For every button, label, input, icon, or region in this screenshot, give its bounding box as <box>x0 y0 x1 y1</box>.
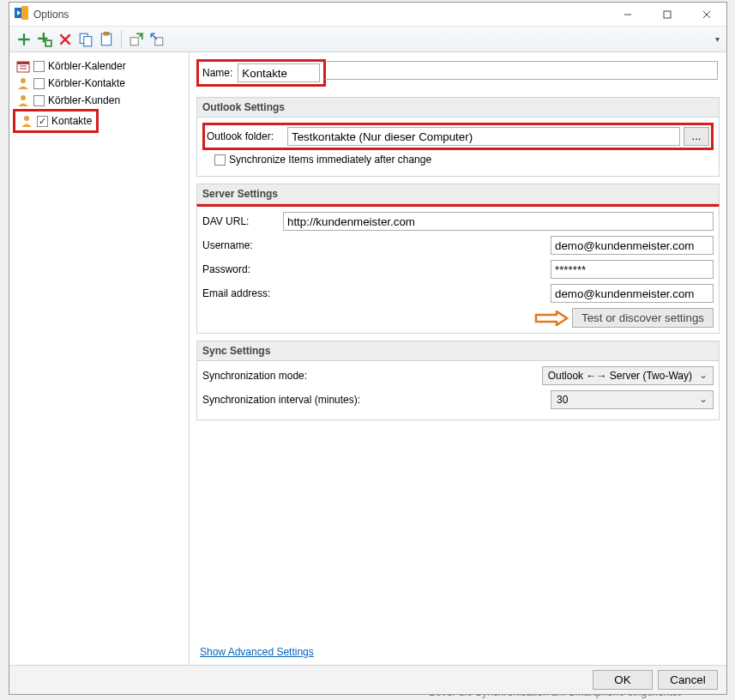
sync-settings-heading: Sync Settings <box>196 341 720 361</box>
checkbox[interactable] <box>33 61 45 72</box>
add-icon[interactable] <box>16 32 32 47</box>
profile-tree: Körbler-Kalender Körbler-Kontakte Körble… <box>9 52 190 665</box>
sync-interval-label: Synchronization interval (minutes): <box>202 394 547 406</box>
name-input[interactable] <box>238 63 320 82</box>
password-input[interactable] <box>551 260 714 279</box>
annotation-highlight-server: DAV URL: Username: Password: Email addre… <box>196 204 720 334</box>
main-panel: Name: Outlook Settings Outlook folder: .… <box>190 52 726 665</box>
server-settings-heading: Server Settings <box>196 184 720 204</box>
delete-icon[interactable] <box>57 32 73 47</box>
checkbox[interactable] <box>37 116 48 127</box>
svg-rect-14 <box>84 36 92 45</box>
svg-rect-9 <box>38 37 47 39</box>
sync-immediate-checkbox[interactable] <box>214 154 226 166</box>
sync-interval-select[interactable]: 30 <box>551 390 714 409</box>
tree-item-label: Körbler-Kontakte <box>48 77 125 89</box>
outlook-settings-heading: Outlook Settings <box>196 97 720 118</box>
name-input-extension <box>325 61 718 80</box>
sync-settings-body: Synchronization mode: Outlook ←→ Server … <box>196 361 720 420</box>
tree-item-label: Körbler-Kalender <box>48 60 126 72</box>
checkbox[interactable] <box>33 95 45 106</box>
tree-item-kunden[interactable]: Körbler-Kunden <box>13 92 185 109</box>
annotation-highlight-folder: Outlook folder: ... <box>202 123 714 150</box>
svg-point-24 <box>21 95 26 100</box>
outlook-folder-input[interactable] <box>287 127 680 146</box>
checkbox[interactable] <box>33 78 45 89</box>
username-input[interactable] <box>551 236 714 255</box>
tree-item-kontakte[interactable]: Körbler-Kontakte <box>13 75 185 92</box>
test-settings-button[interactable]: Test or discover settings <box>572 308 714 328</box>
name-label: Name: <box>202 67 232 79</box>
tree-item-label: Kontakte <box>51 115 92 127</box>
tree-item-kalender[interactable]: Körbler-Kalender <box>13 57 185 75</box>
svg-point-23 <box>21 78 26 83</box>
dialog-buttons: OK Cancel <box>9 665 726 694</box>
dav-url-label: DAV URL: <box>202 215 280 227</box>
minimize-button[interactable] <box>608 3 648 27</box>
cancel-button[interactable]: Cancel <box>658 670 718 690</box>
export-icon[interactable] <box>129 32 144 47</box>
paste-icon[interactable] <box>99 32 114 47</box>
tree-item-kontakte-active[interactable]: Kontakte <box>16 112 95 130</box>
username-label: Username: <box>202 239 280 251</box>
contacts-icon <box>16 76 30 90</box>
dav-url-input[interactable] <box>283 212 714 231</box>
sync-mode-label: Synchronization mode: <box>202 370 539 382</box>
maximize-button[interactable] <box>648 3 687 27</box>
toolbar-overflow-icon[interactable]: ▾ <box>715 34 720 44</box>
copy-icon[interactable] <box>78 32 93 47</box>
sync-immediate-label: Synchronize Items immediately after chan… <box>229 154 431 166</box>
contacts-icon <box>20 114 33 128</box>
show-advanced-link[interactable]: Show Advanced Settings <box>196 646 720 658</box>
annotation-arrow-icon <box>534 311 569 326</box>
svg-rect-16 <box>104 32 110 36</box>
email-label: Email address: <box>202 287 280 299</box>
contacts-icon <box>16 94 30 107</box>
import-icon[interactable] <box>149 32 165 47</box>
app-icon <box>15 6 28 22</box>
add-multiple-icon[interactable] <box>37 32 52 47</box>
annotation-highlight-tree: Kontakte <box>13 109 99 133</box>
toolbar-separator <box>121 31 122 48</box>
titlebar: Options <box>9 3 726 27</box>
svg-rect-10 <box>45 40 51 46</box>
ok-button[interactable]: OK <box>593 670 653 690</box>
annotation-highlight-name: Name: <box>196 59 326 87</box>
svg-rect-3 <box>664 11 671 18</box>
browse-folder-button[interactable]: ... <box>684 127 709 146</box>
tree-item-label: Körbler-Kunden <box>48 94 120 106</box>
outlook-settings-body: Outlook folder: ... Synchronize Items im… <box>196 118 720 177</box>
svg-rect-17 <box>130 37 138 45</box>
email-input[interactable] <box>551 284 714 303</box>
close-button[interactable] <box>687 3 726 27</box>
svg-point-25 <box>24 116 29 121</box>
sync-mode-select[interactable]: Outlook ←→ Server (Two-Way) <box>542 366 714 385</box>
outlook-folder-label: Outlook folder: <box>207 130 284 142</box>
svg-rect-20 <box>17 62 29 64</box>
window-title: Options <box>33 9 69 21</box>
svg-rect-1 <box>21 6 28 20</box>
toolbar: ▾ <box>9 27 726 52</box>
svg-rect-7 <box>18 38 30 39</box>
calendar-icon <box>16 59 30 73</box>
password-label: Password: <box>202 263 280 275</box>
options-window: Options ▾ Körbler-Kalende <box>9 2 727 695</box>
